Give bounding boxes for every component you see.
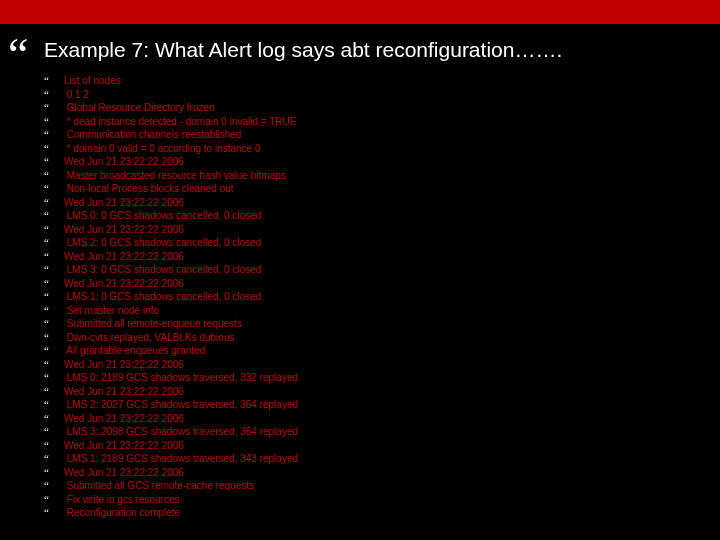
log-line: “Wed Jun 21 23:22:22 2006 [44, 358, 704, 371]
bullet-quote-icon: “ [44, 331, 64, 344]
log-text: * dead instance detected - domain 0 inva… [64, 115, 296, 128]
log-line: “ Master broadcasted resource hash value… [44, 169, 704, 182]
log-line: “ Submitted all GCS remote-cache request… [44, 479, 704, 492]
log-text: LMS 3: 2098 GCS shadows traversed, 364 r… [64, 425, 298, 438]
alert-log: “List of nodes:“ 0 1 2“ Global Resource … [44, 74, 704, 519]
log-text: Wed Jun 21 23:22:22 2006 [64, 385, 184, 398]
log-line: “ Global Resource Directory frozen [44, 101, 704, 114]
log-line: “ LMS 1: 0 GCS shadows cancelled, 0 clos… [44, 290, 704, 303]
log-text: LMS 1: 2189 GCS shadows traversed, 343 r… [64, 452, 298, 465]
bullet-quote-icon: “ [44, 412, 64, 425]
log-line: “ LMS 2: 2027 GCS shadows traversed, 364… [44, 398, 704, 411]
log-text: Wed Jun 21 23:22:22 2006 [64, 412, 184, 425]
log-line: “ Communication channels reestablished [44, 128, 704, 141]
bullet-quote-icon: “ [44, 209, 64, 222]
log-text: Non-local Process blocks cleaned out [64, 182, 234, 195]
log-text: All grantable enqueues granted [64, 344, 205, 357]
log-line: “ LMS 2: 0 GCS shadows cancelled, 0 clos… [44, 236, 704, 249]
log-text: LMS 0: 2189 GCS shadows traversed, 332 r… [64, 371, 298, 384]
log-line: “ Fix write in gcs resources [44, 493, 704, 506]
bullet-quote-icon: “ [44, 115, 64, 128]
log-text: Submitted all remote-enqueue requests [64, 317, 242, 330]
log-text: Reconfiguration complete [64, 506, 180, 519]
bullet-quote-icon: “ [44, 88, 64, 101]
log-text: Set master node info [64, 304, 159, 317]
log-line: “Wed Jun 21 23:22:22 2006 [44, 412, 704, 425]
top-accent-bar [0, 0, 720, 24]
log-text: Wed Jun 21 23:22:22 2006 [64, 358, 184, 371]
bullet-quote-icon: “ [44, 74, 64, 87]
log-line: “ All grantable enqueues granted [44, 344, 704, 357]
log-text: Dwn-cvts replayed, VALBLKs dubious [64, 331, 234, 344]
bullet-quote-icon: “ [44, 452, 64, 465]
log-text: Global Resource Directory frozen [64, 101, 215, 114]
bullet-quote-icon: “ [44, 466, 64, 479]
log-text: 0 1 2 [64, 88, 89, 101]
bullet-quote-icon: “ [44, 385, 64, 398]
bullet-quote-icon: “ [44, 236, 64, 249]
log-line: “ * dead instance detected - domain 0 in… [44, 115, 704, 128]
log-text: Wed Jun 21 23:22:22 2006 [64, 223, 184, 236]
bullet-quote-icon: “ [44, 317, 64, 330]
bullet-quote-icon: “ [44, 250, 64, 263]
log-line: “ Reconfiguration complete [44, 506, 704, 519]
log-line: “Wed Jun 21 23:22:22 2006 [44, 196, 704, 209]
quote-icon: “ [8, 32, 28, 78]
bullet-quote-icon: “ [44, 479, 64, 492]
bullet-quote-icon: “ [44, 223, 64, 236]
log-line: “ Submitted all remote-enqueue requests [44, 317, 704, 330]
log-text: Wed Jun 21 23:22:22 2006 [64, 196, 184, 209]
bullet-quote-icon: “ [44, 142, 64, 155]
bullet-quote-icon: “ [44, 358, 64, 371]
bullet-quote-icon: “ [44, 101, 64, 114]
log-text: Wed Jun 21 23:22:22 2006 [64, 466, 184, 479]
bullet-quote-icon: “ [44, 263, 64, 276]
bullet-quote-icon: “ [44, 371, 64, 384]
log-line: “ Dwn-cvts replayed, VALBLKs dubious [44, 331, 704, 344]
log-line: “ LMS 0: 0 GCS shadows cancelled, 0 clos… [44, 209, 704, 222]
log-line: “ LMS 1: 2189 GCS shadows traversed, 343… [44, 452, 704, 465]
bullet-quote-icon: “ [44, 493, 64, 506]
log-text: LMS 3: 0 GCS shadows cancelled, 0 closed [64, 263, 261, 276]
log-text: LMS 1: 0 GCS shadows cancelled, 0 closed [64, 290, 261, 303]
bullet-quote-icon: “ [44, 290, 64, 303]
bullet-quote-icon: “ [44, 344, 64, 357]
log-line: “Wed Jun 21 23:22:22 2006 [44, 155, 704, 168]
bullet-quote-icon: “ [44, 196, 64, 209]
log-line: “Wed Jun 21 23:22:22 2006 [44, 250, 704, 263]
bullet-quote-icon: “ [44, 398, 64, 411]
log-text: Wed Jun 21 23:22:22 2006 [64, 155, 184, 168]
log-line: “Wed Jun 21 23:22:22 2006 [44, 385, 704, 398]
log-text: Master broadcasted resource hash value b… [64, 169, 286, 182]
bullet-quote-icon: “ [44, 155, 64, 168]
log-text: Wed Jun 21 23:22:22 2006 [64, 277, 184, 290]
log-text: Wed Jun 21 23:22:22 2006 [64, 250, 184, 263]
bullet-quote-icon: “ [44, 169, 64, 182]
log-text: LMS 2: 0 GCS shadows cancelled, 0 closed [64, 236, 261, 249]
slide-content: “ Example 7: What Alert log says abt rec… [0, 24, 720, 536]
bullet-quote-icon: “ [44, 506, 64, 519]
bullet-quote-icon: “ [44, 425, 64, 438]
log-line: “List of nodes: [44, 74, 704, 87]
bullet-quote-icon: “ [44, 182, 64, 195]
bullet-quote-icon: “ [44, 128, 64, 141]
log-line: “ LMS 3: 0 GCS shadows cancelled, 0 clos… [44, 263, 704, 276]
log-text: LMS 0: 0 GCS shadows cancelled, 0 closed [64, 209, 261, 222]
log-text: LMS 2: 2027 GCS shadows traversed, 364 r… [64, 398, 298, 411]
bullet-quote-icon: “ [44, 439, 64, 452]
bullet-quote-icon: “ [44, 277, 64, 290]
log-line: “ * domain 0 valid = 0 according to inst… [44, 142, 704, 155]
log-line: “ Non-local Process blocks cleaned out [44, 182, 704, 195]
log-line: “Wed Jun 21 23:22:22 2006 [44, 223, 704, 236]
log-line: “ LMS 3: 2098 GCS shadows traversed, 364… [44, 425, 704, 438]
log-text: List of nodes: [64, 74, 123, 87]
page-title: Example 7: What Alert log says abt recon… [44, 38, 704, 62]
log-text: * domain 0 valid = 0 according to instan… [64, 142, 261, 155]
log-line: “ LMS 0: 2189 GCS shadows traversed, 332… [44, 371, 704, 384]
log-line: “ 0 1 2 [44, 88, 704, 101]
log-line: “Wed Jun 21 23:22:22 2006 [44, 277, 704, 290]
log-line: “Wed Jun 21 23:22:22 2006 [44, 466, 704, 479]
log-text: Submitted all GCS remote-cache requests [64, 479, 254, 492]
bullet-quote-icon: “ [44, 304, 64, 317]
log-line: “Wed Jun 21 23:22:22 2006 [44, 439, 704, 452]
